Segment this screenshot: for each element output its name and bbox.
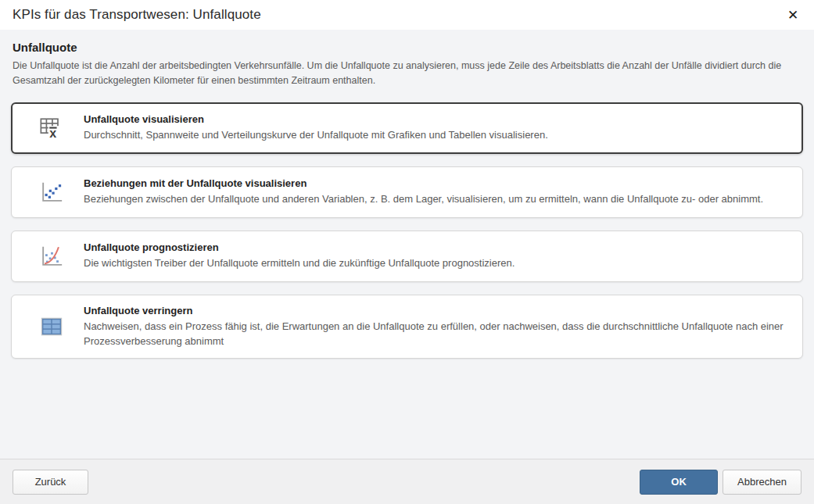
option-card-visualisieren[interactable]: x Unfallquote visualisieren Durchschnitt… [11,102,803,154]
close-icon: ✕ [787,8,798,23]
option-description: Beziehungen zwischen der Unfallquote und… [84,192,790,207]
options-list: x Unfallquote visualisieren Durchschnitt… [11,102,803,359]
scatterplot-icon [39,180,64,205]
svg-text:x: x [49,127,56,140]
option-title: Beziehungen mit der Unfallquote visualis… [84,177,790,189]
dialog-title: KPIs für das Transportwesen: Unfallquote [13,7,261,23]
cancel-button[interactable]: Abbrechen [723,470,801,495]
trend-curve-icon [39,244,64,269]
option-description: Durchschnitt, Spannweite und Verteilungs… [84,128,790,143]
option-card-verringern[interactable]: Unfallquote verringern Nachweisen, dass … [11,295,803,359]
intro-section: Unfallquote Die Unfallquote ist die Anza… [13,41,801,89]
close-button[interactable]: ✕ [781,3,805,27]
capability-table-icon [39,314,64,339]
option-title: Unfallquote prognostizieren [84,241,790,253]
section-heading: Unfallquote [13,41,801,54]
ok-button[interactable]: OK [640,470,718,495]
kpi-dialog: KPIs für das Transportwesen: Unfallquote… [0,0,814,504]
option-title: Unfallquote verringern [84,305,790,316]
footer-right-group: OK Abbrechen [640,470,801,495]
footer-bar: Zurück OK Abbrechen [0,459,814,504]
back-button[interactable]: Zurück [13,470,88,495]
option-title: Unfallquote visualisieren [84,113,790,125]
option-card-beziehungen[interactable]: Beziehungen mit der Unfallquote visualis… [11,166,803,218]
option-description: Nachweisen, dass ein Prozess fähig ist, … [84,320,790,349]
option-description: Die wichtigsten Treiber der Unfallquote … [84,256,790,271]
option-card-prognostizieren[interactable]: Unfallquote prognostizieren Die wichtigs… [11,231,803,282]
section-description: Die Unfallquote ist die Anzahl der arbei… [13,59,801,89]
table-mean-icon: x [39,116,64,141]
title-bar: KPIs für das Transportwesen: Unfallquote… [0,0,814,30]
